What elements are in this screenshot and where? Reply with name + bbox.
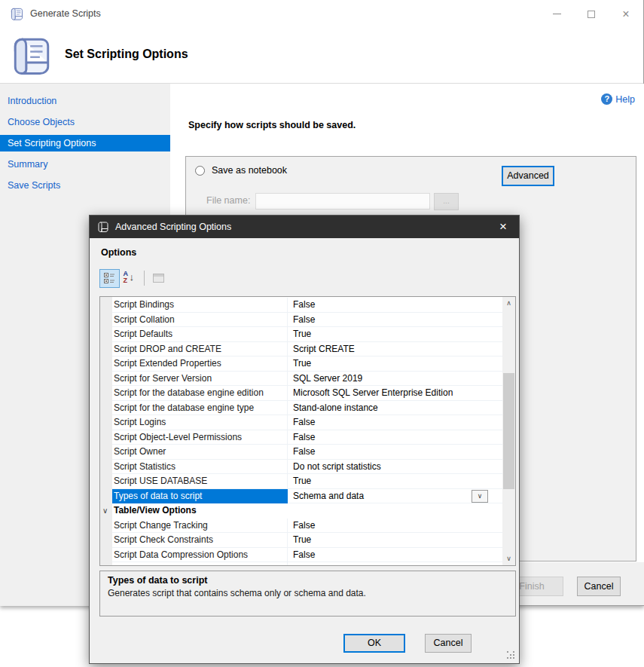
option-value[interactable]: False — [288, 430, 515, 445]
option-value[interactable]: SQL Server 2019 — [288, 372, 515, 387]
option-row[interactable]: Script StatisticsDo not script statistic… — [100, 460, 515, 475]
grid-toolbar: A Z ↓ — [99, 268, 169, 288]
option-name[interactable]: Script Owner — [100, 445, 288, 460]
property-description-text: Generates script that contains schema on… — [108, 588, 508, 598]
option-name[interactable]: Script USE DATABASE — [100, 474, 288, 489]
option-name[interactable]: Script Data Compression Options — [100, 548, 288, 563]
dialog-cancel-button[interactable]: Cancel — [425, 634, 472, 653]
option-row[interactable]: Script Change TrackingFalse — [100, 519, 515, 534]
grid-scrollbar[interactable]: ∧ ∨ — [502, 297, 515, 565]
option-row[interactable]: Script LoginsFalse — [100, 415, 515, 430]
maximize-icon — [588, 11, 595, 18]
window-title: Generate Scripts — [30, 0, 101, 28]
close-icon: × — [499, 219, 507, 234]
option-name[interactable]: Types of data to script — [100, 489, 288, 504]
save-as-notebook-radio[interactable] — [195, 166, 205, 176]
sidebar-item-save-scripts[interactable]: Save Scripts — [0, 177, 170, 194]
option-name[interactable]: Script Statistics — [100, 460, 288, 475]
resize-grip[interactable] — [507, 651, 516, 660]
option-name[interactable]: Script Collation — [100, 313, 288, 328]
grid-margin-strip — [100, 297, 112, 565]
option-row[interactable]: Script OwnerFalse — [100, 445, 515, 460]
options-grid-rows: Script BindingsFalseScript CollationFals… — [100, 298, 515, 566]
option-row[interactable]: Script CollationFalse — [100, 313, 515, 328]
option-name[interactable]: Script Foreign Keys — [100, 562, 288, 566]
options-section-header[interactable]: ∨Table/View Options — [100, 503, 515, 519]
option-name[interactable]: Script Object-Level Permissions — [100, 430, 288, 445]
option-name[interactable]: Script Logins — [100, 415, 288, 430]
maximize-button[interactable] — [574, 0, 609, 28]
value-dropdown-button[interactable]: ∨ — [472, 490, 488, 503]
option-row[interactable]: Script for Server VersionSQL Server 2019 — [100, 372, 515, 387]
option-value[interactable]: False — [288, 445, 515, 460]
browse-button[interactable]: ... — [434, 193, 459, 210]
help-link[interactable]: ? Help — [601, 93, 635, 105]
alphabetical-sort-button[interactable]: A Z ↓ — [120, 269, 140, 288]
option-value[interactable]: False — [288, 548, 515, 563]
wizard-cancel-button[interactable]: Cancel — [577, 577, 621, 596]
categorized-icon — [104, 273, 115, 283]
option-row[interactable]: Script for the database engine editionMi… — [100, 386, 515, 401]
option-name[interactable]: Script for Server Version — [100, 372, 288, 387]
sidebar-item-summary[interactable]: Summary — [0, 156, 170, 173]
option-row[interactable]: Script BindingsFalse — [100, 298, 515, 313]
option-row[interactable]: Script Object-Level PermissionsFalse — [100, 430, 515, 445]
option-value[interactable]: True — [288, 327, 515, 342]
option-name[interactable]: Script Bindings — [100, 298, 288, 313]
option-row[interactable]: Types of data to scriptSchema and data∨ — [100, 489, 515, 504]
option-value[interactable]: Script CREATE — [288, 342, 515, 357]
scroll-down-icon[interactable]: ∨ — [502, 552, 515, 565]
chevron-down-icon: ∨ — [102, 503, 108, 518]
ok-button[interactable]: OK — [343, 634, 405, 653]
option-value[interactable]: Do not script statistics — [288, 460, 515, 475]
minimize-icon — [553, 14, 561, 14]
advanced-scripting-options-dialog: Advanced Scripting Options × Options A Z… — [89, 215, 520, 664]
property-description-panel: Types of data to script Generates script… — [99, 571, 516, 617]
option-value[interactable]: False — [288, 313, 515, 328]
option-value[interactable]: False — [288, 415, 515, 430]
option-name[interactable]: Script Change Tracking — [100, 519, 288, 534]
option-value[interactable]: True — [288, 474, 515, 489]
option-name[interactable]: Script Check Constraints — [100, 533, 288, 548]
minimize-button[interactable] — [539, 0, 574, 28]
option-name[interactable]: Script for the database engine edition — [100, 386, 288, 401]
scrollbar-thumb[interactable] — [503, 373, 514, 489]
scroll-up-icon[interactable]: ∧ — [502, 297, 515, 310]
option-value[interactable]: True — [288, 562, 515, 566]
option-row[interactable]: Script DefaultsTrue — [100, 327, 515, 342]
window-titlebar: Generate Scripts × — [0, 0, 643, 28]
close-button[interactable]: × — [609, 0, 643, 28]
option-value[interactable]: Stand-alone instance — [288, 401, 515, 416]
option-row[interactable]: Script DROP and CREATEScript CREATE — [100, 342, 515, 357]
close-icon: × — [622, 8, 629, 20]
scroll-icon-large — [10, 32, 53, 79]
dialog-close-button[interactable]: × — [487, 216, 519, 238]
option-value[interactable]: False — [288, 298, 515, 313]
option-value[interactable]: True — [288, 533, 515, 548]
file-name-input[interactable] — [255, 193, 430, 210]
option-value[interactable]: Microsoft SQL Server Enterprise Edition — [288, 386, 515, 401]
option-row[interactable]: Script Foreign KeysTrue — [100, 562, 515, 566]
sidebar-item-set-scripting-options[interactable]: Set Scripting Options — [0, 135, 170, 151]
option-name[interactable]: Script DROP and CREATE — [100, 342, 288, 357]
option-value[interactable]: Schema and data∨ — [288, 489, 515, 504]
option-name[interactable]: Script for the database engine type — [100, 401, 288, 416]
categorized-button[interactable] — [99, 269, 120, 288]
option-row[interactable]: Script USE DATABASETrue — [100, 474, 515, 489]
option-value[interactable]: True — [288, 356, 515, 372]
sidebar-item-choose-objects[interactable]: Choose Objects — [0, 114, 170, 130]
scroll-icon — [10, 7, 24, 21]
option-row[interactable]: Script Check ConstraintsTrue — [100, 533, 515, 548]
property-pages-button[interactable] — [148, 269, 169, 288]
page-title: Set Scripting Options — [65, 47, 188, 61]
option-row[interactable]: Script Extended PropertiesTrue — [100, 356, 515, 372]
option-name[interactable]: Script Defaults — [100, 327, 288, 342]
wizard-header: Set Scripting Options — [0, 28, 643, 84]
scroll-icon-white — [97, 221, 109, 233]
option-name[interactable]: Script Extended Properties — [100, 356, 288, 372]
option-row[interactable]: Script for the database engine typeStand… — [100, 401, 515, 416]
advanced-button[interactable]: Advanced — [502, 166, 554, 186]
option-row[interactable]: Script Data Compression OptionsFalse — [100, 548, 515, 563]
sidebar-item-introduction[interactable]: Introduction — [0, 93, 170, 109]
option-value[interactable]: False — [288, 519, 515, 534]
